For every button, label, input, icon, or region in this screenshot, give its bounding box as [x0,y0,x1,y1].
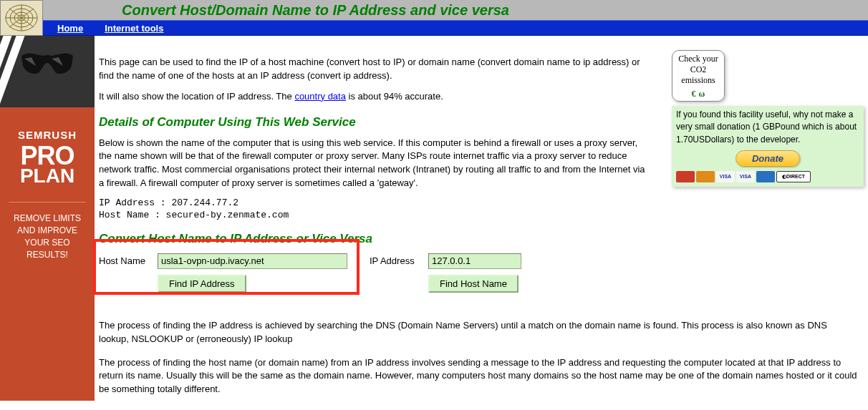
maestro-icon [696,171,715,182]
visa-icon: VISA [716,171,735,182]
site-logo[interactable] [0,0,43,36]
host-name-input[interactable] [158,253,347,269]
ad-pro-text: PRO [0,145,95,167]
ip-address-label: IP Address [370,255,425,266]
intro-p2: It will also show the location of IP add… [99,90,650,104]
sidebar-ad-semrush[interactable]: SEMRUSH PRO PLAN REMOVE LIMITS AND IMPRO… [0,36,95,401]
sunglasses-icon [20,52,74,77]
find-ip-button[interactable]: Find IP Address [158,275,246,293]
amex-icon [756,171,775,182]
co2-widget[interactable]: Check your CO2 emissions €ω [672,50,725,102]
donate-text: If you found this facility useful, why n… [676,109,857,145]
main-nav: Home Internet tools [0,20,868,36]
explain-p2: The process of finding the host name (or… [99,356,858,397]
donate-box: If you found this facility useful, why n… [672,106,864,187]
payment-cards: VISA VISA ◐DIRECT [676,171,859,182]
host-name-label: Host Name [99,255,155,266]
details-p: Below is shown the name of the computer … [99,137,650,190]
donate-button[interactable]: Donate [736,150,800,167]
directdebit-icon: ◐DIRECT [776,171,811,182]
client-host-line: Host Name : secured-by.zenmate.com [99,210,650,220]
ip-address-input[interactable] [428,253,521,269]
mastercard-icon [676,171,695,182]
ad-brand-text: SEMRUSH [0,129,95,141]
ad-plan-text: PLAN [0,167,95,185]
nav-internet-tools[interactable]: Internet tools [105,23,163,34]
visa-icon: VISA [736,171,755,182]
explain-p1: The process of finding the IP address is… [99,319,858,346]
nav-home[interactable]: Home [57,23,83,34]
globe-icon: ω [699,89,705,99]
country-data-link[interactable]: country data [294,91,346,102]
details-heading: Details of Computer Using This Web Servi… [99,115,650,130]
ad-message: REMOVE LIMITS AND IMPROVE YOUR SEO RESUL… [0,213,95,260]
intro-p1: This page can be used to find the IP of … [99,56,650,83]
convert-heading: Convert Host Name to IP Address or Vice … [99,232,650,246]
find-host-button[interactable]: Find Host Name [428,275,519,293]
euro-icon: € [692,89,696,99]
page-title: Convert Host/Domain Name to IP Address a… [122,2,509,19]
client-ip-line: IP Address : 207.244.77.2 [99,197,650,208]
